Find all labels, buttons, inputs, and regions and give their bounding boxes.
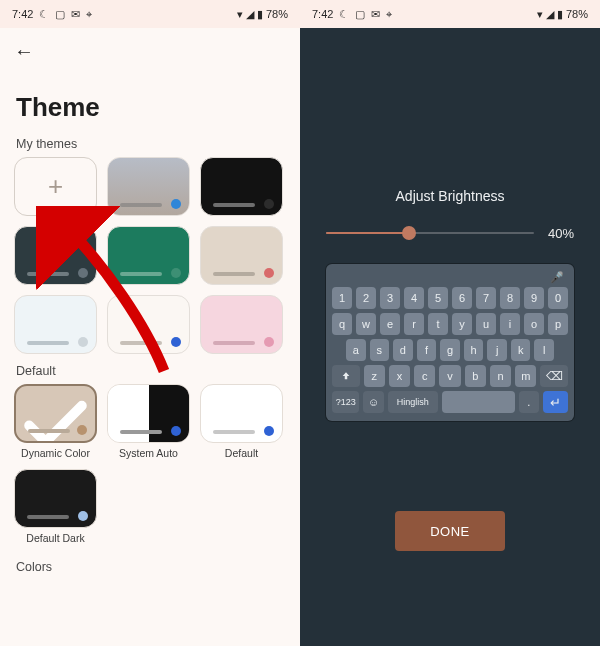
- backspace-key[interactable]: ⌫: [540, 365, 568, 387]
- key[interactable]: 7: [476, 287, 496, 309]
- key[interactable]: c: [414, 365, 435, 387]
- theme-swatch[interactable]: [107, 226, 190, 285]
- brightness-title: Adjust Brightness: [300, 188, 600, 204]
- back-button[interactable]: ←: [14, 40, 34, 63]
- key[interactable]: 2: [356, 287, 376, 309]
- add-theme-button[interactable]: +: [14, 157, 97, 216]
- key[interactable]: s: [370, 339, 390, 361]
- page-title: Theme: [0, 74, 300, 127]
- key[interactable]: a: [346, 339, 366, 361]
- emoji-key[interactable]: ☺: [363, 391, 383, 413]
- key[interactable]: 8: [500, 287, 520, 309]
- key[interactable]: i: [500, 313, 520, 335]
- key[interactable]: w: [356, 313, 376, 335]
- wifi-icon: ▾: [237, 9, 243, 20]
- key[interactable]: t: [428, 313, 448, 335]
- key[interactable]: m: [515, 365, 536, 387]
- key[interactable]: b: [465, 365, 486, 387]
- period-key[interactable]: .: [519, 391, 539, 413]
- enter-key[interactable]: ↵: [543, 391, 568, 413]
- key[interactable]: 0: [548, 287, 568, 309]
- battery-percent: 78%: [266, 8, 288, 20]
- default-theme-label: System Auto: [119, 447, 178, 459]
- key[interactable]: j: [487, 339, 507, 361]
- key[interactable]: 6: [452, 287, 472, 309]
- key[interactable]: u: [476, 313, 496, 335]
- key[interactable]: o: [524, 313, 544, 335]
- keyboard-preview: 🎤 1234567890qwertyuiopasdfghjklzxcvbnm⌫?…: [326, 264, 574, 421]
- mail-icon: ✉: [71, 9, 80, 20]
- default-theme-label: Default Dark: [26, 532, 84, 544]
- key[interactable]: q: [332, 313, 352, 335]
- theme-swatch[interactable]: [200, 295, 283, 354]
- moon-icon: ☾: [339, 9, 349, 20]
- my-themes-grid: +: [0, 157, 300, 354]
- key[interactable]: 4: [404, 287, 424, 309]
- card-icon: ▢: [55, 9, 65, 20]
- done-button[interactable]: DONE: [395, 511, 505, 551]
- default-grid: Dynamic ColorSystem AutoDefaultDefault D…: [0, 384, 300, 544]
- theme-swatch[interactable]: [200, 157, 283, 216]
- battery-icon: ▮: [557, 9, 563, 20]
- key[interactable]: 9: [524, 287, 544, 309]
- key[interactable]: 5: [428, 287, 448, 309]
- theme-swatch[interactable]: [14, 226, 97, 285]
- signal-icon: ◢: [246, 9, 254, 20]
- key[interactable]: k: [511, 339, 531, 361]
- key[interactable]: f: [417, 339, 437, 361]
- key[interactable]: p: [548, 313, 568, 335]
- signal-icon: ◢: [546, 9, 554, 20]
- status-time: 7:42: [312, 8, 333, 20]
- moon-icon: ☾: [39, 9, 49, 20]
- default-theme-label: Dynamic Color: [21, 447, 90, 459]
- wifi-icon: ▾: [537, 9, 543, 20]
- theme-swatch[interactable]: [107, 295, 190, 354]
- key[interactable]: 3: [380, 287, 400, 309]
- mic-icon[interactable]: 🎤: [550, 272, 564, 283]
- key[interactable]: n: [490, 365, 511, 387]
- key[interactable]: g: [440, 339, 460, 361]
- status-time: 7:42: [12, 8, 33, 20]
- key[interactable]: v: [439, 365, 460, 387]
- default-theme-swatch[interactable]: [200, 384, 283, 443]
- plus-icon: +: [48, 171, 63, 202]
- space-key[interactable]: [442, 391, 515, 413]
- key[interactable]: y: [452, 313, 472, 335]
- pin-icon: ⌖: [86, 9, 92, 20]
- battery-icon: ▮: [257, 9, 263, 20]
- done-label: DONE: [430, 524, 470, 539]
- key[interactable]: z: [364, 365, 385, 387]
- key[interactable]: d: [393, 339, 413, 361]
- key[interactable]: x: [389, 365, 410, 387]
- theme-swatch[interactable]: [200, 226, 283, 285]
- default-theme-label: Default: [225, 447, 258, 459]
- theme-swatch[interactable]: [107, 157, 190, 216]
- default-theme-swatch[interactable]: [14, 469, 97, 528]
- status-bar: 7:42 ☾ ▢ ✉ ⌖ ▾ ◢ ▮ 78%: [0, 0, 300, 28]
- mail-icon: ✉: [371, 9, 380, 20]
- language-key[interactable]: Hinglish: [388, 391, 438, 413]
- symbols-key[interactable]: ?123: [332, 391, 359, 413]
- section-default: Default: [0, 354, 300, 384]
- key[interactable]: e: [380, 313, 400, 335]
- key[interactable]: 1: [332, 287, 352, 309]
- card-icon: ▢: [355, 9, 365, 20]
- theme-swatch[interactable]: [14, 295, 97, 354]
- key[interactable]: r: [404, 313, 424, 335]
- default-theme-swatch[interactable]: [107, 384, 190, 443]
- battery-percent: 78%: [566, 8, 588, 20]
- status-bar: 7:42 ☾ ▢ ✉ ⌖ ▾ ◢ ▮ 78%: [300, 0, 600, 28]
- default-theme-swatch[interactable]: [14, 384, 97, 443]
- brightness-slider[interactable]: [326, 222, 534, 244]
- brightness-value: 40%: [548, 226, 574, 241]
- shift-key[interactable]: [332, 365, 360, 387]
- pin-icon: ⌖: [386, 9, 392, 20]
- key[interactable]: h: [464, 339, 484, 361]
- section-my-themes: My themes: [0, 127, 300, 157]
- section-colors: Colors: [0, 550, 300, 580]
- key[interactable]: l: [534, 339, 554, 361]
